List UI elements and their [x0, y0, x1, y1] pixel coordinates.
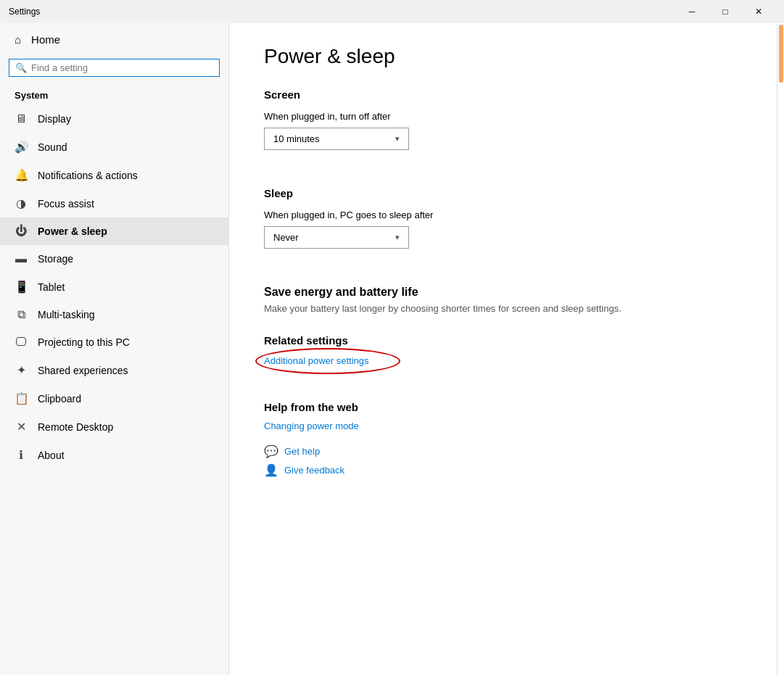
save-energy-title: Save energy and battery life [264, 286, 742, 299]
additional-power-link[interactable]: Additional power settings [264, 355, 369, 366]
sleep-setting-label: When plugged in, PC goes to sleep after [264, 210, 742, 220]
titlebar-title: Settings [9, 7, 40, 17]
bottom-links: 💬 Get help 👤 Give feedback [264, 444, 742, 476]
sidebar-item-projecting[interactable]: 🖵 Projecting to this PC [0, 328, 228, 356]
give-feedback-icon: 👤 [264, 463, 277, 476]
sidebar-item-label: Projecting to this PC [38, 336, 130, 348]
sidebar-item-label: Shared experiences [38, 365, 128, 376]
sidebar-item-label: Notifications & actions [38, 170, 138, 181]
sleep-heading: Sleep [264, 187, 742, 199]
related-settings-section: Related settings Additional power settin… [264, 334, 742, 401]
close-button[interactable]: ✕ [742, 0, 775, 23]
chevron-down-icon-2: ▾ [395, 233, 400, 242]
sleep-section: Sleep When plugged in, PC goes to sleep … [264, 187, 742, 249]
minimize-button[interactable]: ─ [675, 0, 709, 23]
screen-setting-label: When plugged in, turn off after [264, 111, 742, 122]
sidebar-item-clipboard[interactable]: 📋 Clipboard [0, 384, 228, 413]
changing-power-mode-link[interactable]: Changing power mode [264, 421, 742, 431]
section-divider-1 [264, 170, 742, 171]
main-content: Power & sleep Screen When plugged in, tu… [229, 23, 777, 675]
give-feedback-link[interactable]: 👤 Give feedback [264, 463, 742, 476]
save-energy-desc: Make your battery last longer by choosin… [264, 303, 742, 314]
sidebar-item-tablet[interactable]: 📱 Tablet [0, 273, 228, 301]
sidebar-item-about[interactable]: ℹ About [0, 441, 228, 469]
sidebar-item-label: Remote Desktop [38, 421, 113, 433]
sidebar-item-label: Display [38, 113, 71, 125]
sidebar-item-shared-experiences[interactable]: ✦ Shared experiences [0, 356, 228, 384]
sleep-dropdown[interactable]: Never ▾ [264, 226, 409, 249]
sound-icon: 🔊 [15, 140, 28, 154]
sidebar-item-focus-assist[interactable]: ◑ Focus assist [0, 189, 228, 218]
sidebar-item-label: Storage [38, 253, 73, 265]
related-settings-heading: Related settings [264, 334, 742, 347]
sidebar-item-label: About [38, 450, 65, 461]
shared-experiences-icon: ✦ [15, 363, 28, 377]
sidebar-item-label: Multi-tasking [38, 309, 95, 320]
remote-desktop-icon: ✕ [15, 420, 28, 434]
get-help-icon: 💬 [264, 444, 277, 457]
screen-dropdown-value: 10 minutes [273, 133, 320, 144]
search-icon: 🔍 [15, 62, 27, 73]
multitasking-icon: ⧉ [15, 308, 28, 321]
sleep-dropdown-value: Never [273, 232, 299, 243]
notifications-icon: 🔔 [15, 168, 28, 182]
about-icon: ℹ [15, 448, 28, 462]
display-icon: 🖥 [15, 112, 28, 125]
sidebar-section-label: System [0, 83, 228, 105]
sidebar-item-label: Focus assist [38, 198, 94, 210]
get-help-link[interactable]: 💬 Get help [264, 444, 742, 457]
sidebar-item-sound[interactable]: 🔊 Sound [0, 133, 228, 161]
right-scrollbar[interactable] [777, 23, 784, 675]
titlebar-controls: ─ □ ✕ [675, 0, 775, 23]
sidebar-item-storage[interactable]: ▬ Storage [0, 245, 228, 273]
clipboard-icon: 📋 [15, 392, 28, 405]
scrollbar-thumb [779, 25, 783, 83]
sidebar-item-remote-desktop[interactable]: ✕ Remote Desktop [0, 413, 228, 441]
page-title: Power & sleep [264, 45, 742, 68]
titlebar: Settings ─ □ ✕ [0, 0, 784, 23]
chevron-down-icon: ▾ [395, 134, 400, 144]
sidebar-item-label: Tablet [38, 281, 65, 293]
help-web-section: Help from the web Changing power mode [264, 401, 742, 431]
save-energy-section: Save energy and battery life Make your b… [264, 286, 742, 314]
home-icon: ⌂ [15, 33, 21, 46]
focus-assist-icon: ◑ [15, 196, 28, 210]
sidebar-item-label: Power & sleep [38, 225, 107, 237]
sidebar: ⌂ Home 🔍 System 🖥 Display 🔊 Sound 🔔 Noti… [0, 23, 229, 675]
sidebar-item-home[interactable]: ⌂ Home [0, 23, 228, 56]
storage-icon: ▬ [15, 252, 28, 265]
search-box: 🔍 [9, 59, 220, 77]
projecting-icon: 🖵 [15, 336, 28, 349]
screen-dropdown[interactable]: 10 minutes ▾ [264, 128, 409, 150]
sidebar-item-multitasking[interactable]: ⧉ Multi-tasking [0, 301, 228, 328]
tablet-icon: 📱 [15, 280, 28, 294]
sidebar-item-label: Sound [38, 141, 67, 153]
give-feedback-label: Give feedback [284, 465, 344, 476]
screen-section: Screen When plugged in, turn off after 1… [264, 88, 742, 150]
section-divider-2 [264, 269, 742, 270]
power-icon: ⏻ [15, 225, 28, 238]
screen-heading: Screen [264, 88, 742, 101]
sidebar-item-power-sleep[interactable]: ⏻ Power & sleep [0, 218, 228, 245]
get-help-label: Get help [284, 446, 320, 457]
search-input[interactable] [31, 62, 213, 73]
sidebar-item-display[interactable]: 🖥 Display [0, 105, 228, 133]
additional-power-link-wrapper: Additional power settings [264, 354, 369, 384]
maximize-button[interactable]: □ [709, 0, 742, 23]
sidebar-item-notifications[interactable]: 🔔 Notifications & actions [0, 161, 228, 189]
main-window: ⌂ Home 🔍 System 🖥 Display 🔊 Sound 🔔 Noti… [0, 23, 784, 675]
help-web-heading: Help from the web [264, 401, 742, 413]
sidebar-home-label: Home [31, 33, 60, 46]
sidebar-item-label: Clipboard [38, 393, 81, 405]
